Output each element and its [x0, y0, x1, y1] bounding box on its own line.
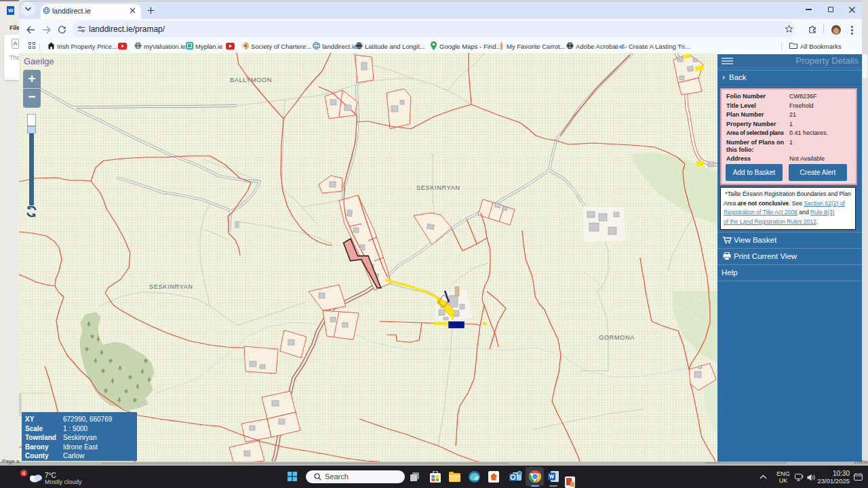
- svg-text:SESKINRYAN: SESKINRYAN: [416, 184, 460, 191]
- svg-text:GORMONA: GORMONA: [599, 334, 635, 341]
- svg-text:BALLYMOON: BALLYMOON: [230, 77, 272, 83]
- svg-text:SESKINRYAN: SESKINRYAN: [149, 283, 193, 290]
